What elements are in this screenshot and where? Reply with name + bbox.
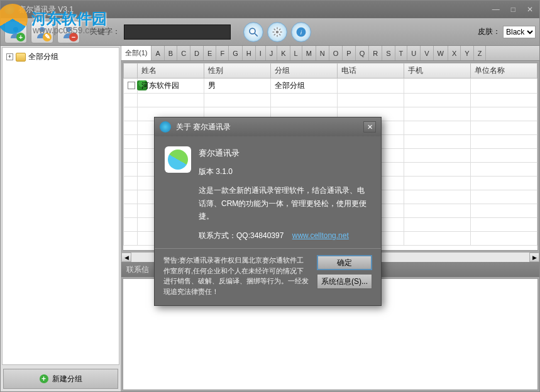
tree-item-label: 全部分组 (28, 52, 58, 62)
alpha-T[interactable]: T (395, 46, 408, 60)
svg-point-1 (40, 27, 45, 32)
folder-icon (16, 53, 26, 62)
cell (338, 79, 404, 94)
cell (404, 79, 471, 94)
about-dialog: 关于 赛尔通讯录 ✕ 赛尔通讯录 版本 3.1.0 这是一款全新的通讯录管理软件… (154, 117, 382, 306)
alpha-W[interactable]: W (434, 46, 448, 60)
checkbox-column (124, 63, 138, 79)
about-body: 赛尔通讯录 版本 3.1.0 这是一款全新的通讯录管理软件，结合通讯录、电话薄、… (155, 136, 381, 248)
table-header-row: 姓名性别分组电话手机单位名称 (124, 63, 537, 79)
about-footer: 警告:赛尔通讯录著作权归属北京赛尔通软件工作室所有,任何企业和个人在未经许可的情… (155, 248, 381, 305)
add-contact-button[interactable]: + (4, 21, 27, 43)
column-header[interactable]: 性别 (204, 63, 271, 79)
table-row[interactable]: 河东软件园男全部分组 (124, 79, 537, 94)
alpha-J[interactable]: J (266, 46, 278, 60)
minus-badge-icon: − (69, 33, 78, 41)
edit-badge-icon: ✎ (43, 33, 52, 41)
about-titlebar: 关于 赛尔通讯录 ✕ (155, 117, 381, 136)
gear-icon (272, 26, 283, 38)
alpha-G[interactable]: G (229, 46, 243, 60)
alpha-all[interactable]: 全部(1) (121, 46, 152, 60)
alpha-L[interactable]: L (290, 46, 302, 60)
search-button[interactable] (243, 22, 263, 42)
empty-row (124, 94, 537, 107)
cell: 全部分组 (271, 79, 338, 94)
alpha-A[interactable]: A (152, 46, 164, 60)
website-link[interactable]: www.celltong.net (292, 231, 349, 240)
about-close-button[interactable]: ✕ (363, 121, 376, 133)
ok-button[interactable]: 确定 (317, 255, 372, 270)
about-app-icon (160, 121, 171, 133)
product-name: 赛尔通讯录 (199, 146, 371, 160)
edit-contact-button[interactable]: ✎ (31, 21, 53, 43)
alpha-Y[interactable]: Y (461, 46, 473, 60)
tree-root-item[interactable]: + 全部分组 (5, 50, 116, 63)
info-icon: i (295, 26, 307, 38)
svg-point-2 (66, 27, 71, 32)
minimize-button[interactable]: — (490, 5, 502, 14)
about-text: 赛尔通讯录 版本 3.1.0 这是一款全新的通讯录管理软件，结合通讯录、电话薄、… (199, 146, 371, 242)
column-header[interactable]: 手机 (404, 63, 471, 79)
alpha-I[interactable]: I (256, 46, 266, 60)
alpha-N[interactable]: N (316, 46, 329, 60)
maximize-button[interactable]: □ (509, 5, 518, 14)
alpha-E[interactable]: E (204, 46, 216, 60)
svg-line-4 (255, 33, 258, 36)
new-group-button[interactable]: + 新建分组 (3, 369, 118, 389)
skin-select[interactable]: Black (503, 26, 536, 38)
group-tree: + 全部分组 (2, 47, 119, 365)
expand-icon[interactable]: + (6, 53, 13, 60)
svg-point-5 (276, 30, 279, 33)
skin-label: 皮肤： (478, 26, 500, 37)
alpha-M[interactable]: M (302, 46, 316, 60)
alpha-O[interactable]: O (329, 46, 343, 60)
alpha-R[interactable]: R (369, 46, 382, 60)
alpha-F[interactable]: F (216, 46, 229, 60)
version-label: 版本 3.1.0 (199, 165, 371, 178)
alpha-X[interactable]: X (448, 46, 461, 60)
alpha-S[interactable]: S (382, 46, 395, 60)
column-header[interactable]: 电话 (338, 63, 404, 79)
alpha-K[interactable]: K (277, 46, 290, 60)
keyword-input[interactable] (124, 24, 231, 40)
keyword-label: 关键字： (90, 26, 120, 37)
alpha-V[interactable]: V (421, 46, 433, 60)
plus-badge-icon: + (16, 33, 25, 41)
alphabet-filter-bar: 全部(1) ABCDEFGHIJKLMNOPQRSTUVWXYZ (121, 46, 539, 61)
alpha-D[interactable]: D (190, 46, 204, 60)
window-title: 赛尔通讯录 V3.1 (18, 4, 74, 15)
column-header[interactable]: 单位名称 (471, 63, 537, 79)
about-title-text: 关于 赛尔通讯录 (176, 122, 231, 133)
scroll-right-icon[interactable]: ▶ (529, 253, 539, 262)
cell: 男 (204, 79, 271, 94)
close-button[interactable]: ✕ (524, 5, 536, 14)
svg-point-0 (13, 27, 18, 32)
alpha-P[interactable]: P (343, 46, 355, 60)
alpha-H[interactable]: H (243, 46, 256, 60)
system-info-button[interactable]: 系统信息(S)... (317, 274, 372, 289)
cell (471, 79, 537, 94)
alpha-U[interactable]: U (407, 46, 421, 60)
delete-contact-button[interactable]: − (57, 21, 80, 43)
titlebar: 赛尔通讯录 V3.1 — □ ✕ (1, 1, 539, 18)
contact-label: 联系方式：QQ:34840397 (199, 231, 284, 240)
cell: 河东软件园 (138, 79, 204, 94)
scroll-left-icon[interactable]: ◀ (121, 253, 131, 262)
about-button[interactable]: i (291, 22, 311, 42)
copyright-warning: 警告:赛尔通讯录著作权归属北京赛尔通软件工作室所有,任何企业和个人在未经许可的情… (163, 255, 311, 297)
settings-button[interactable] (267, 22, 287, 42)
row-checkbox[interactable] (128, 82, 135, 89)
sidebar: + 全部分组 + 新建分组 (1, 46, 121, 391)
column-header[interactable]: 姓名 (138, 63, 204, 79)
toolbar: + ✎ − 关键字： i 皮肤： Black (1, 18, 539, 46)
alpha-B[interactable]: B (165, 46, 177, 60)
detail-label: 联系信 (126, 264, 149, 275)
svg-point-3 (250, 28, 255, 34)
alpha-Z[interactable]: Z (474, 46, 487, 60)
column-header[interactable]: 分组 (271, 63, 338, 79)
alpha-C[interactable]: C (177, 46, 190, 60)
app-icon (4, 4, 14, 14)
product-description: 这是一款全新的通讯录管理软件，结合通讯录、电话薄、CRM的功能为一体，管理更轻松… (199, 184, 371, 222)
alpha-Q[interactable]: Q (356, 46, 370, 60)
plus-icon: + (40, 374, 48, 383)
